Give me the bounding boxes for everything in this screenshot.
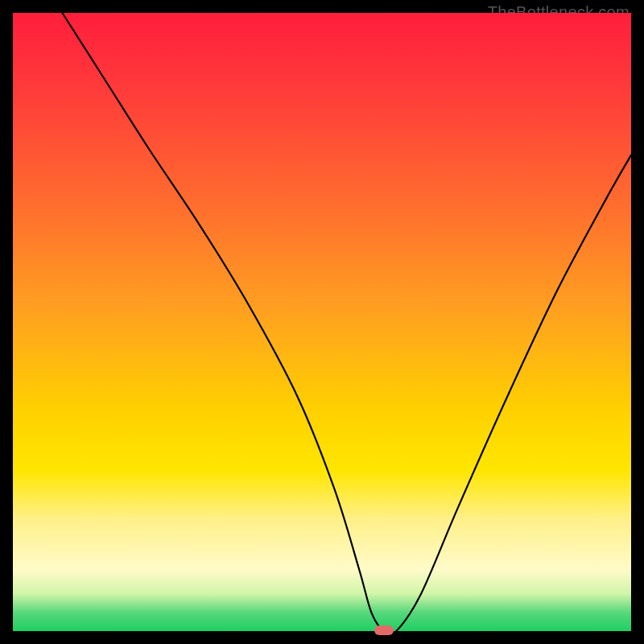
minimum-marker <box>374 625 394 635</box>
chart-container: TheBottleneck.com <box>0 0 644 644</box>
plot-area <box>13 13 631 631</box>
bottleneck-curve <box>13 13 631 631</box>
